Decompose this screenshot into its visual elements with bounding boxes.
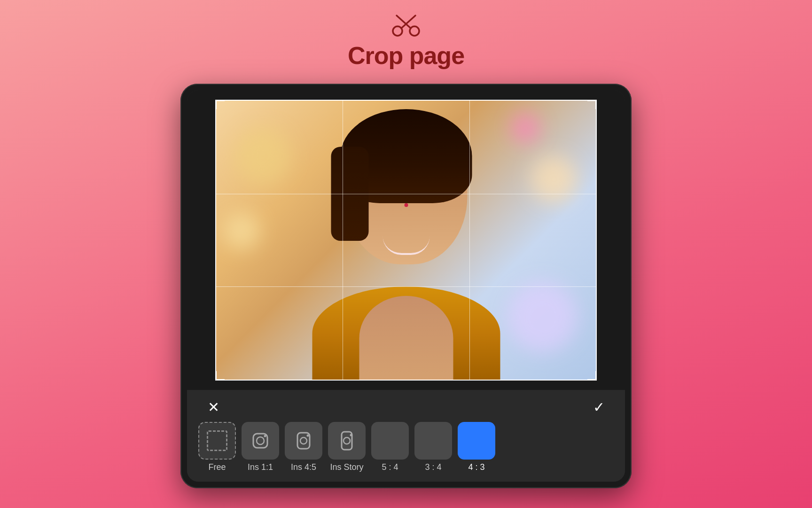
photo-background bbox=[215, 100, 597, 381]
controls-bar: ✕ ✓ Free bbox=[187, 390, 625, 482]
tablet-device: ✕ ✓ Free bbox=[180, 84, 632, 488]
confirm-button[interactable]: ✓ bbox=[588, 397, 609, 417]
preset-ins-1-1[interactable]: Ins 1:1 bbox=[242, 422, 279, 472]
tablet-screen: ✕ ✓ Free bbox=[187, 90, 625, 482]
tablet-body: ✕ ✓ Free bbox=[180, 84, 632, 488]
preset-ins-story-label: Ins Story bbox=[330, 462, 363, 472]
photo-container bbox=[215, 100, 597, 381]
preset-ins-story[interactable]: Ins Story bbox=[328, 422, 366, 472]
hair bbox=[340, 109, 472, 203]
preset-ins-4-5-label: Ins 4:5 bbox=[291, 462, 316, 472]
page-header: Crop page bbox=[348, 0, 464, 70]
instagram-icon-2 bbox=[293, 430, 314, 451]
free-icon bbox=[207, 430, 227, 451]
bokeh-light-2 bbox=[223, 212, 260, 250]
preset-ins-4-5-icon bbox=[285, 422, 322, 460]
presets-row: Free Ins 1:1 bbox=[198, 422, 614, 472]
preset-4-3[interactable]: 4 : 3 bbox=[458, 422, 495, 472]
check-icon: ✓ bbox=[593, 399, 605, 415]
preset-3-4-label: 3 : 4 bbox=[425, 462, 441, 472]
svg-point-6 bbox=[264, 435, 266, 437]
smile bbox=[383, 236, 429, 255]
svg-point-12 bbox=[350, 434, 352, 437]
page-title: Crop page bbox=[348, 41, 464, 70]
preset-3-4[interactable]: 3 : 4 bbox=[414, 422, 452, 472]
preset-ins-story-icon bbox=[328, 422, 366, 460]
preset-5-4[interactable]: 5 : 4 bbox=[371, 422, 409, 472]
preset-free[interactable]: Free bbox=[198, 422, 236, 472]
svg-point-8 bbox=[300, 437, 307, 444]
svg-point-9 bbox=[307, 435, 309, 437]
scissors-icon bbox=[392, 13, 420, 37]
preset-5-4-label: 5 : 4 bbox=[382, 462, 398, 472]
bindi bbox=[404, 203, 408, 207]
action-buttons-row: ✕ ✓ bbox=[198, 397, 614, 417]
image-area bbox=[187, 90, 625, 390]
preset-4-3-icon bbox=[458, 422, 495, 460]
preset-ins-1-1-label: Ins 1:1 bbox=[248, 462, 273, 472]
cancel-button[interactable]: ✕ bbox=[203, 397, 224, 417]
svg-point-11 bbox=[344, 437, 350, 444]
instagram-icon-3 bbox=[336, 430, 357, 451]
preset-4-3-label: 4 : 3 bbox=[468, 462, 484, 472]
preset-ins-1-1-icon bbox=[242, 422, 279, 460]
preset-free-icon bbox=[198, 422, 236, 460]
svg-point-5 bbox=[257, 437, 264, 444]
close-icon: ✕ bbox=[208, 399, 219, 415]
preset-ins-4-5[interactable]: Ins 4:5 bbox=[285, 422, 322, 472]
shoulders bbox=[312, 286, 500, 381]
preset-free-label: Free bbox=[208, 462, 226, 472]
instagram-icon-1 bbox=[250, 430, 271, 451]
preset-3-4-icon bbox=[414, 422, 452, 460]
person-silhouette bbox=[263, 114, 549, 381]
preset-5-4-icon bbox=[371, 422, 409, 460]
